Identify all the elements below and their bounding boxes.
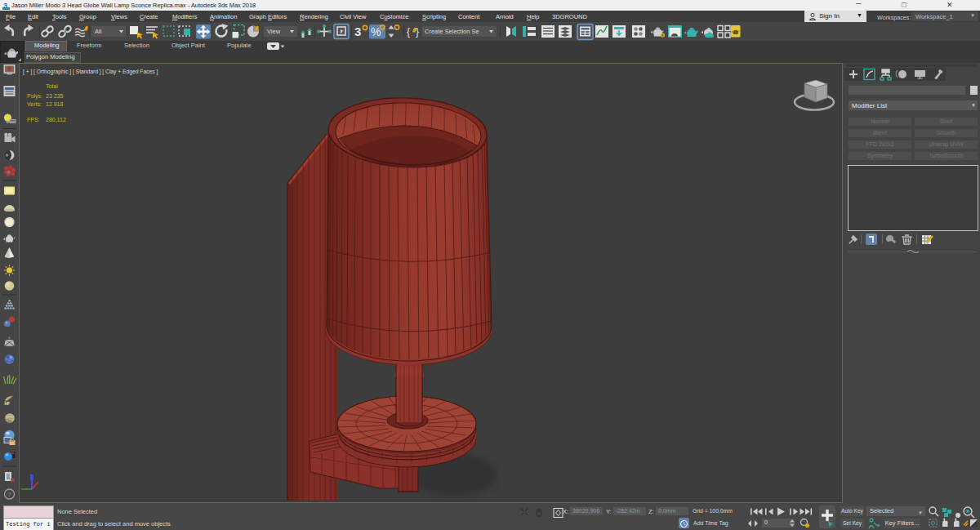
svg-text:All: All <box>95 28 102 35</box>
svg-text:{: { <box>407 26 410 38</box>
svg-text:3: 3 <box>354 24 361 38</box>
svg-text:}: } <box>416 26 419 38</box>
svg-text:View: View <box>267 28 281 35</box>
svg-text:Create Selection Se: Create Selection Se <box>425 28 479 35</box>
svg-text:HF: HF <box>5 401 11 406</box>
svg-text:%: % <box>371 25 381 38</box>
svg-text:?: ? <box>7 491 11 498</box>
svg-text:3: 3 <box>3 2 7 10</box>
svg-text:Obj: Obj <box>5 418 11 423</box>
